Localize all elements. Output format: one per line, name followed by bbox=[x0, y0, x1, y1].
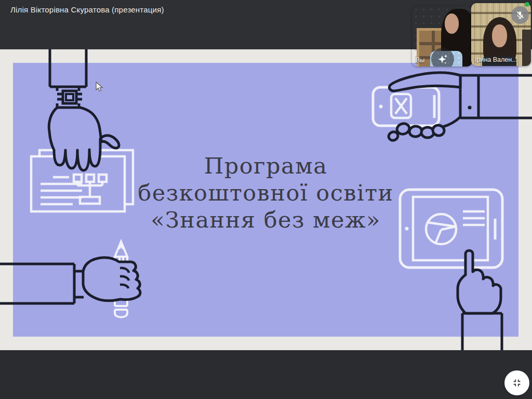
screenshare-area: Програма безкоштовної освіти «Знання без… bbox=[0, 49, 532, 350]
slide-title: Програма безкоштовної освіти «Знання без… bbox=[13, 152, 518, 233]
mouse-cursor-icon bbox=[96, 82, 104, 93]
visual-effects-button[interactable] bbox=[431, 48, 454, 66]
collapse-icon bbox=[511, 377, 523, 389]
participant-face bbox=[492, 24, 507, 47]
sparkle-icon bbox=[436, 52, 449, 66]
bottom-bar bbox=[0, 350, 532, 399]
cabinet-in-background bbox=[522, 30, 531, 66]
slide-title-line: «Знання без меж» bbox=[13, 206, 518, 233]
pointing-hand-illustration bbox=[458, 250, 502, 350]
tile-label-irina: Ірина Вален... bbox=[475, 56, 517, 63]
meet-window: Лілія Вікторівна Скуратова (презентация) bbox=[0, 0, 532, 399]
collapse-presentation-button[interactable] bbox=[504, 370, 529, 395]
presentation-source-label: Лілія Вікторівна Скуратова (презентация) bbox=[10, 5, 164, 14]
mic-off-icon bbox=[511, 6, 529, 24]
hand-holding-pencil-illustration bbox=[0, 242, 140, 317]
slide-title-line: безкоштовної освіти bbox=[13, 179, 518, 206]
camera-active-indicator bbox=[525, 2, 529, 7]
video-tile-irina[interactable]: Ірина Вален... bbox=[471, 3, 531, 66]
slide-title-line: Програма bbox=[13, 152, 518, 179]
hand-holding-phone-illustration bbox=[373, 73, 532, 142]
video-tile-self[interactable]: Вы bbox=[412, 6, 472, 66]
tile-label-self: Вы bbox=[416, 57, 424, 64]
